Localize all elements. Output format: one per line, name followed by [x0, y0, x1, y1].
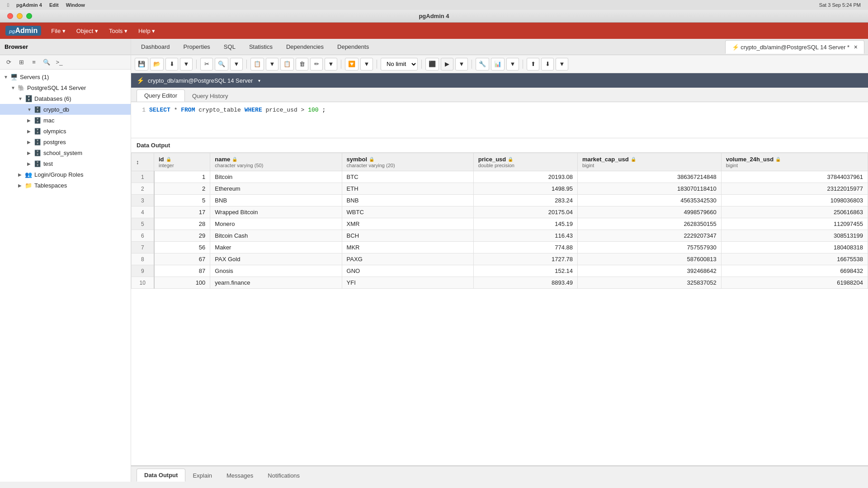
connection-caret-icon[interactable]: ▾ [258, 78, 260, 83]
toolbar-chart-dropdown[interactable]: ▼ [506, 58, 519, 70]
data-output-label: Data Output [131, 138, 868, 153]
toolbar-paste[interactable]: 📋 [280, 58, 294, 70]
toolbar-macro-dropdown[interactable]: ▼ [556, 58, 568, 70]
toolbar-edit-dropdown[interactable]: ▼ [325, 58, 337, 70]
tab-sql[interactable]: SQL [217, 41, 242, 53]
school-system-label: school_system [43, 150, 82, 156]
edit-menu[interactable]: Edit [49, 2, 59, 8]
th-volume-24h[interactable]: volume_24h_usd 🔒 bigint [721, 153, 868, 171]
sidebar-item-tablespaces[interactable]: ▶ 📁 Tablespaces [0, 180, 131, 191]
bottom-tab-data-output[interactable]: Data Output [137, 469, 185, 482]
table-row[interactable]: 4 17 Wrapped Bitcoin WBTC 20175.04 49985… [132, 206, 868, 218]
bottom-tab-explain[interactable]: Explain [185, 469, 219, 482]
toolbar-rollback[interactable]: ⬇ [541, 58, 554, 70]
th-market-cap[interactable]: market_cap_usd 🔒 bigint [577, 153, 721, 171]
sidebar-item-postgres[interactable]: ▶ 🗄️ postgres [0, 136, 131, 147]
table-row[interactable]: 7 56 Maker MKR 774.88 757557930 18040831… [132, 242, 868, 253]
th-price-usd[interactable]: price_usd 🔒 double precision [473, 153, 577, 171]
id-cell: 67 [154, 253, 210, 265]
query-editor-tab[interactable]: Query Editor [137, 89, 185, 102]
id-cell: 29 [154, 230, 210, 242]
table-row[interactable]: 8 67 PAX Gold PAXG 1727.78 587600813 166… [132, 253, 868, 265]
sidebar-item-crypto-db[interactable]: ▼ 🗄️ crypto_db [0, 104, 131, 115]
tools-menu[interactable]: Tools ▾ [104, 26, 132, 36]
sidebar-item-databases[interactable]: ▼ 🗄️ Databases (6) [0, 93, 131, 104]
query-tab-close-icon[interactable]: × [854, 43, 858, 51]
sidebar-item-test[interactable]: ▶ 🗄️ test [0, 158, 131, 169]
tab-dependents[interactable]: Dependents [331, 41, 375, 53]
toolbar-run[interactable]: ▶ [441, 58, 453, 70]
sidebar-item-olympics[interactable]: ▶ 🗄️ olympics [0, 126, 131, 136]
sidebar-tool-list[interactable]: ≡ [28, 56, 40, 68]
toolbar-find[interactable]: 🔍 [215, 58, 228, 70]
toolbar-copy-dropdown[interactable]: ▼ [266, 58, 278, 70]
sidebar-tool-refresh[interactable]: ⟳ [3, 56, 14, 68]
table-row[interactable]: 3 5 BNB BNB 283.24 45635342530 109803680… [132, 195, 868, 206]
tab-crypto-db-query[interactable]: ⚡ crypto_db/amin@PostgreSQL 14 Server * … [725, 40, 865, 54]
sort-icon[interactable]: ↕ [136, 159, 139, 165]
tab-statistics[interactable]: Statistics [243, 41, 279, 53]
tab-properties[interactable]: Properties [177, 41, 217, 53]
sidebar-tool-search[interactable]: 🔍 [41, 56, 52, 68]
toolbar-chart[interactable]: 📊 [491, 58, 505, 70]
toolbar-cut[interactable]: ✂ [200, 58, 213, 70]
close-button[interactable] [7, 13, 13, 19]
help-menu[interactable]: Help ▾ [134, 26, 160, 36]
tab-dashboard[interactable]: Dashboard [135, 41, 176, 53]
volume-24h-cell: 37844037961 [721, 171, 868, 183]
toolbar-open-file[interactable]: 📂 [150, 58, 164, 70]
toolbar-save-dropdown[interactable]: ▼ [180, 58, 193, 70]
table-row[interactable]: 10 100 yearn.finance YFI 8893.49 3258370… [132, 277, 868, 289]
bottom-tab-messages[interactable]: Messages [219, 469, 260, 482]
sidebar-item-pg14[interactable]: ▼ 🐘 PostgreSQL 14 Server [0, 82, 131, 93]
sidebar-tool-sql[interactable]: >_ [53, 56, 65, 68]
app-name[interactable]: pgAdmin 4 [16, 2, 42, 8]
query-editor-area[interactable]: 1 SELECT * FROM crypto_table WHERE price… [131, 102, 868, 138]
toolbar-edit[interactable]: ✏ [310, 58, 323, 70]
toolbar-stop[interactable]: ⬛ [425, 58, 439, 70]
toolbar-find-dropdown[interactable]: ▼ [230, 58, 243, 70]
result-table-body: 1 1 Bitcoin BTC 20193.08 386367214848 37… [132, 171, 868, 289]
sidebar-item-mac[interactable]: ▶ 🗄️ mac [0, 115, 131, 126]
toolbar-copy[interactable]: 📋 [250, 58, 264, 70]
toolbar-save-file[interactable]: 💾 [135, 58, 148, 70]
query-code[interactable]: SELECT * FROM crypto_table WHERE price_u… [149, 106, 863, 115]
th-name[interactable]: name 🔒 character varying (50) [210, 153, 342, 171]
tab-dependencies[interactable]: Dependencies [280, 41, 330, 53]
maximize-button[interactable] [26, 13, 32, 19]
toolbar-commit[interactable]: ⬆ [527, 58, 539, 70]
minimize-button[interactable] [17, 13, 23, 19]
th-id[interactable]: id 🔒 integer [154, 153, 210, 171]
bottom-tab-notifications[interactable]: Notifications [260, 469, 307, 482]
toolbar-limit-select[interactable]: No limit 100 500 1000 [381, 58, 418, 70]
table-row[interactable]: 6 29 Bitcoin Cash BCH 116.43 2229207347 … [132, 230, 868, 242]
toolbar-explain[interactable]: 🔧 [476, 58, 489, 70]
sidebar-item-school-system[interactable]: ▶ 🗄️ school_system [0, 147, 131, 158]
sidebar-item-servers[interactable]: ▼ 🖥️ Servers (1) [0, 71, 131, 82]
toolbar-save-btn[interactable]: ⬇ [165, 58, 178, 70]
table-row[interactable]: 1 1 Bitcoin BTC 20193.08 386367214848 37… [132, 171, 868, 183]
table-row[interactable]: 5 28 Monero XMR 145.19 2628350155 112097… [132, 218, 868, 230]
market-cap-cell: 45635342530 [577, 195, 721, 206]
tablespaces-label: Tablespaces [34, 182, 67, 189]
toolbar-filter[interactable]: 🔽 [345, 58, 359, 70]
file-menu[interactable]: File ▾ [47, 26, 70, 36]
sidebar-tool-grid[interactable]: ⊞ [15, 56, 27, 68]
toolbar-run-dropdown[interactable]: ▼ [455, 58, 468, 70]
table-row[interactable]: 2 2 Ethereum ETH 1498.95 183070118410 23… [132, 183, 868, 195]
query-history-tab[interactable]: Query History [185, 90, 235, 102]
symbol-cell: BCH [342, 230, 473, 242]
sidebar-item-login-roles[interactable]: ▶ 👥 Login/Group Roles [0, 169, 131, 180]
apple-menu[interactable]:  [7, 2, 9, 8]
result-table-container[interactable]: ↕ id 🔒 integer name 🔒 [131, 153, 868, 465]
toolbar-filter-dropdown[interactable]: ▼ [360, 58, 373, 70]
login-roles-icon: 👥 [24, 170, 33, 178]
object-menu[interactable]: Object ▾ [72, 26, 103, 36]
pg-server-icon: 🐘 [17, 84, 25, 92]
th-symbol[interactable]: symbol 🔒 character varying (20) [342, 153, 473, 171]
table-row[interactable]: 9 87 Gnosis GNO 152.14 392468642 6698432 [132, 265, 868, 277]
window-menu[interactable]: Window [66, 2, 85, 8]
col-price-usd-label: price_usd [478, 156, 506, 163]
tree-arrow-login-roles: ▶ [18, 172, 24, 177]
toolbar-delete[interactable]: 🗑 [296, 58, 308, 70]
